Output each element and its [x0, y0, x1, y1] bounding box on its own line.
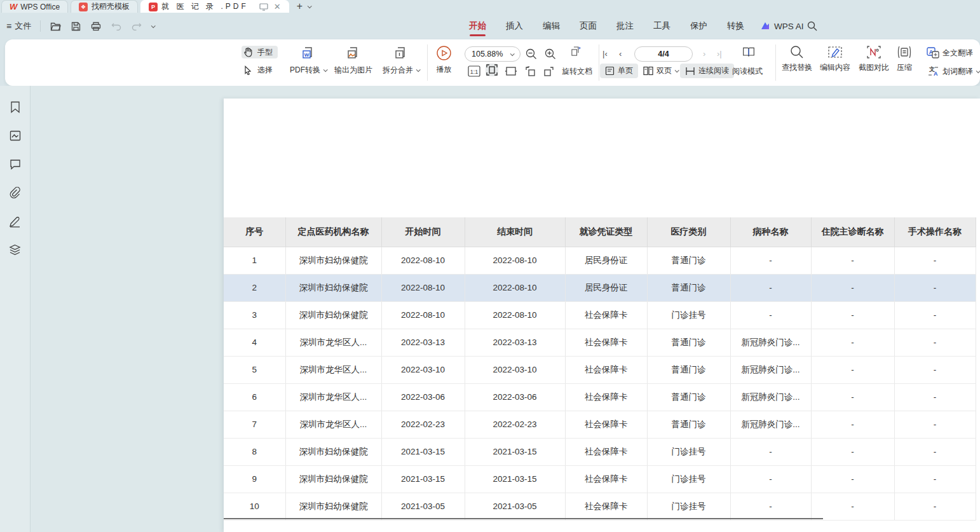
read-mode-icon[interactable] — [742, 46, 755, 58]
attachment-icon[interactable] — [8, 186, 22, 200]
window-tab-bar: W WPS Office ❖ 找稻壳模板 P 就 医 记 录 .PDF ✕ + — [0, 0, 980, 13]
column-header: 住院主诊断名称 — [811, 217, 894, 247]
page-number-input[interactable] — [634, 46, 693, 62]
new-tab-button[interactable]: + — [297, 1, 303, 11]
table-cell: 10 — [224, 493, 285, 520]
file-menu-button[interactable]: ≡ 文件 — [6, 20, 31, 32]
first-page-button[interactable]: |‹ — [602, 49, 608, 58]
fit-page-button[interactable] — [486, 64, 498, 76]
column-header: 手术操作名称 — [894, 217, 976, 247]
close-tab-icon[interactable]: ✕ — [274, 2, 281, 11]
table-cell: - — [811, 356, 894, 383]
hand-icon — [242, 46, 254, 58]
left-sidebar — [0, 86, 31, 532]
table-cell: 普通门诊 — [647, 411, 730, 438]
actual-size-button[interactable]: 1:1 — [468, 65, 480, 78]
table-row: 1深圳市妇幼保健院2022-08-102022-08-10居民身份证普通门诊--… — [224, 247, 976, 274]
rotate-document-label[interactable]: 旋转文档 — [562, 66, 592, 77]
thumbnail-icon[interactable] — [8, 128, 22, 142]
single-page-button[interactable]: 单页 — [600, 64, 638, 78]
menu-tools[interactable]: 工具 — [653, 18, 671, 34]
wps-logo-icon: W — [10, 2, 17, 11]
table-cell: 2022-08-10 — [465, 274, 565, 301]
menu-annotate[interactable]: 批注 — [616, 18, 634, 34]
screenshot-compare-icon — [866, 45, 881, 59]
table-cell: 2022-03-13 — [381, 329, 465, 356]
pdf-page: 序号定点医药机构名称开始时间结束时间就诊凭证类型医疗类别病种名称住院主诊断名称手… — [224, 99, 980, 532]
layers-icon[interactable] — [8, 243, 22, 257]
quick-access-chevron-icon[interactable] — [151, 24, 156, 28]
double-page-button[interactable]: 双页 — [641, 64, 681, 78]
print-icon[interactable] — [90, 20, 102, 32]
signature-pen-icon[interactable] — [8, 214, 22, 228]
double-page-icon — [643, 66, 653, 76]
cursor-icon — [242, 64, 254, 76]
rotate-right-button[interactable] — [543, 65, 555, 78]
menu-home[interactable]: 开始 — [468, 18, 487, 34]
compress-button[interactable]: 压缩 — [896, 45, 913, 73]
column-header: 医疗类别 — [647, 217, 730, 247]
save-icon[interactable] — [70, 20, 81, 32]
menu-page[interactable]: 页面 — [579, 18, 597, 34]
comment-icon[interactable] — [8, 157, 22, 171]
select-tool-button[interactable]: 选择 — [242, 64, 273, 76]
tab-document-pdf[interactable]: P 就 医 记 录 .PDF ✕ — [140, 0, 289, 13]
zoom-level-select[interactable]: 105.88% — [465, 46, 521, 62]
zoom-in-button[interactable] — [544, 48, 557, 60]
column-header: 定点医药机构名称 — [285, 217, 381, 247]
zoom-out-button[interactable] — [525, 48, 538, 60]
rotate-left-button[interactable] — [524, 65, 536, 78]
pdf-convert-button[interactable]: W PDF转换 — [290, 45, 327, 76]
table-cell: 2022-03-06 — [381, 383, 465, 411]
table-row: 9深圳市妇幼保健院2021-03-152021-03-15社会保障卡门诊挂号--… — [224, 465, 976, 493]
monitor-icon[interactable] — [259, 2, 269, 12]
tab-label: 就 医 记 录 .PDF — [161, 1, 248, 12]
table-row: 5深圳市龙华区人...2022-03-102022-03-10社会保障卡普通门诊… — [224, 356, 976, 383]
table-cell: 7 — [224, 411, 285, 438]
tab-list-chevron-icon[interactable] — [308, 4, 312, 8]
hand-tool-button[interactable]: 手型 — [242, 46, 278, 58]
table-cell: 深圳市妇幼保健院 — [285, 438, 381, 465]
play-button[interactable]: 播放 — [436, 45, 452, 75]
redo-icon[interactable] — [131, 20, 142, 32]
open-file-icon[interactable] — [50, 20, 61, 32]
menu-convert[interactable]: 转换 — [726, 18, 745, 34]
export-image-button[interactable]: 输出为图片 — [334, 45, 372, 76]
full-translate-button[interactable]: A 全文翻译 — [927, 47, 973, 58]
table-cell: - — [730, 247, 811, 274]
table-cell: 门诊挂号 — [647, 301, 730, 329]
edit-content-button[interactable]: 编辑内容 — [820, 45, 850, 73]
previous-page-button[interactable]: ‹ — [619, 49, 622, 58]
continuous-read-icon — [685, 67, 695, 76]
last-page-button[interactable]: ›| — [717, 49, 722, 58]
menu-insert[interactable]: 插入 — [505, 18, 524, 34]
table-cell: 深圳市龙华区人... — [285, 356, 381, 383]
word-translate-button[interactable]: 文A 划词翻译 — [927, 65, 979, 77]
table-cell: 深圳市龙华区人... — [285, 329, 381, 356]
table-cell: - — [894, 356, 976, 383]
find-replace-button[interactable]: 查找替换 — [782, 45, 812, 73]
wps-ai-button[interactable]: WPS AI — [760, 13, 804, 39]
table-cell: 2 — [224, 274, 285, 301]
bookmark-icon[interactable] — [8, 100, 22, 114]
table-cell: 2022-03-06 — [465, 383, 565, 411]
screenshot-compare-button[interactable]: 截图对比 — [859, 45, 889, 73]
table-cell: 门诊挂号 — [647, 465, 730, 493]
menu-search-button[interactable] — [807, 13, 817, 39]
split-merge-button[interactable]: 拆分合并 — [383, 45, 419, 76]
read-mode-label[interactable]: 阅读模式 — [732, 66, 763, 77]
rotate-document-icon[interactable] — [569, 45, 582, 58]
tab-docer-templates[interactable]: ❖ 找稻壳模板 — [71, 0, 138, 13]
find-replace-icon — [790, 45, 804, 59]
table-cell: 深圳市龙华区人... — [285, 411, 381, 438]
continuous-read-button[interactable]: 连续阅读 — [680, 64, 734, 78]
fit-width-button[interactable] — [505, 65, 517, 78]
menu-edit[interactable]: 编辑 — [542, 18, 561, 34]
table-cell: - — [894, 438, 976, 465]
next-page-button[interactable]: › — [703, 49, 705, 58]
tab-wps-office[interactable]: W WPS Office — [1, 0, 68, 13]
table-row: 7深圳市龙华区人...2022-02-232022-02-23社会保障卡普通门诊… — [224, 411, 976, 438]
undo-icon[interactable] — [111, 20, 122, 32]
menu-protect[interactable]: 保护 — [690, 18, 708, 34]
table-cell: 8 — [224, 438, 285, 465]
